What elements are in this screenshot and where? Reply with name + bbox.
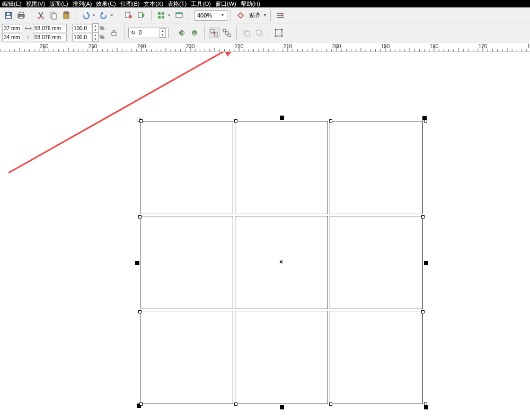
to-back-button[interactable] [254, 28, 264, 38]
node-handle[interactable] [421, 310, 425, 313]
grid-rectangle[interactable] [330, 311, 423, 404]
menu-effects[interactable]: 效果(C) [96, 0, 116, 8]
rotation-input[interactable]: ↻ .0 ▲▼ [128, 28, 169, 38]
node-handle[interactable] [139, 119, 143, 122]
options-button[interactable] [275, 10, 286, 21]
node-handle[interactable] [424, 402, 427, 406]
snap-button[interactable] [235, 10, 246, 21]
selection-handle[interactable] [280, 405, 284, 409]
print-button[interactable] [16, 10, 26, 21]
ungroup-button[interactable] [209, 28, 219, 38]
export-button[interactable] [136, 10, 147, 21]
svg-rect-4 [19, 12, 23, 14]
selection-handle[interactable] [424, 405, 428, 409]
node-handle[interactable] [138, 310, 142, 313]
svg-point-6 [38, 17, 40, 19]
svg-rect-31 [276, 30, 282, 36]
menu-bar: 编辑(E) 视图(V) 版面(L) 排列(A) 效果(C) 位图(B) 文本(X… [0, 0, 530, 7]
selection-handle[interactable] [135, 261, 139, 265]
ruler-label: 250 [89, 43, 98, 49]
horizontal-ruler[interactable]: 260250240230220210200190180170160 [0, 42, 530, 52]
grid-rectangle[interactable] [330, 216, 423, 309]
menu-table[interactable]: 表格(T) [167, 0, 187, 8]
separator [125, 25, 125, 40]
percent-label: % [100, 34, 104, 40]
svg-rect-16 [158, 16, 161, 19]
menu-help[interactable]: 帮助(H) [241, 0, 260, 8]
menu-view[interactable]: 视图(V) [26, 0, 46, 8]
paste-button[interactable] [61, 10, 72, 21]
to-front-button[interactable] [241, 28, 252, 38]
svg-rect-15 [162, 12, 164, 15]
node-handle[interactable] [421, 215, 425, 218]
node-handle[interactable] [329, 119, 332, 122]
width-input[interactable]: 58.076 mm [33, 24, 67, 32]
chevron-down-icon[interactable]: ▼ [263, 13, 267, 18]
node-handle[interactable] [234, 402, 237, 406]
node-handle[interactable] [329, 402, 332, 406]
grid-rectangle[interactable] [235, 311, 328, 404]
svg-point-33 [281, 29, 282, 30]
cut-button[interactable] [36, 10, 46, 21]
ruler-label: 180 [430, 43, 439, 49]
height-input[interactable]: 58.076 mm [33, 33, 67, 41]
svg-rect-28 [245, 32, 250, 36]
welcome-screen-button[interactable] [174, 10, 184, 21]
scale-x-spinner[interactable]: ▲▼ [92, 23, 99, 33]
menu-bitmap[interactable]: 位图(B) [120, 0, 140, 8]
snap-label[interactable]: 贴齐 [249, 11, 261, 19]
scale-y-spinner[interactable]: ▲▼ [92, 32, 99, 42]
app-launcher-dropdown[interactable] [166, 10, 172, 21]
x-position-input[interactable]: 37 mm [2, 24, 22, 32]
scale-x-input[interactable]: 100.0 [72, 24, 92, 32]
svg-rect-5 [19, 16, 23, 19]
separator [204, 25, 205, 40]
grid-rectangle[interactable] [140, 311, 233, 404]
menu-window[interactable]: 窗口(W) [215, 0, 236, 8]
ungroup-all-button[interactable] [222, 28, 232, 38]
import-button[interactable] [123, 10, 134, 21]
lock-ratio-button[interactable] [110, 29, 118, 37]
menu-layout[interactable]: 版面(L) [49, 0, 68, 8]
grid-rectangle[interactable] [235, 121, 328, 214]
menu-text[interactable]: 文本(X) [144, 0, 163, 8]
menu-edit[interactable]: 编辑(E) [2, 0, 22, 8]
redo-button[interactable] [99, 10, 109, 21]
canvas-area[interactable]: × [0, 52, 530, 420]
mirror-vertical-button[interactable] [189, 28, 200, 38]
node-handle[interactable] [234, 119, 237, 122]
selection-handle[interactable] [280, 116, 284, 120]
copy-button[interactable] [48, 10, 59, 21]
standard-toolbar: 400% ▼ 贴齐 ▼ [0, 7, 530, 23]
undo-button[interactable] [81, 10, 91, 21]
node-handle[interactable] [139, 402, 143, 406]
grid-rectangle[interactable] [330, 121, 423, 214]
separator [236, 25, 237, 40]
svg-rect-2 [7, 13, 10, 15]
grid-rectangle[interactable] [140, 121, 233, 214]
save-button[interactable] [3, 10, 14, 21]
menu-arrange[interactable]: 排列(A) [73, 0, 92, 8]
redo-dropdown[interactable] [109, 10, 114, 21]
ruler-label: 220 [235, 43, 244, 49]
angle-spinner[interactable]: ▲▼ [160, 28, 166, 38]
grid-rectangle[interactable] [140, 216, 233, 309]
convert-to-curves-button[interactable] [273, 28, 284, 38]
svg-point-32 [275, 29, 276, 30]
svg-rect-19 [176, 13, 182, 14]
mirror-horizontal-button[interactable] [176, 28, 187, 38]
size-inputs: ⟷ 58.076 mm ↕ 58.076 mm [24, 24, 67, 42]
node-handle[interactable] [138, 215, 142, 218]
zoom-level-input[interactable]: 400% ▼ [195, 10, 227, 21]
node-handle[interactable] [424, 119, 427, 122]
ruler-label: 200 [332, 43, 341, 49]
app-launcher-button[interactable] [156, 10, 166, 21]
undo-dropdown[interactable] [91, 10, 96, 21]
scale-y-input[interactable]: 100.0 [72, 33, 92, 41]
selection-center-marker[interactable]: × [279, 258, 283, 266]
menu-tools[interactable]: 工具(O) [191, 0, 211, 8]
zoom-value: 400% [197, 12, 212, 19]
selection-handle[interactable] [424, 261, 428, 265]
height-icon: ↕ [24, 33, 32, 41]
y-position-input[interactable]: 34 mm [2, 33, 22, 41]
